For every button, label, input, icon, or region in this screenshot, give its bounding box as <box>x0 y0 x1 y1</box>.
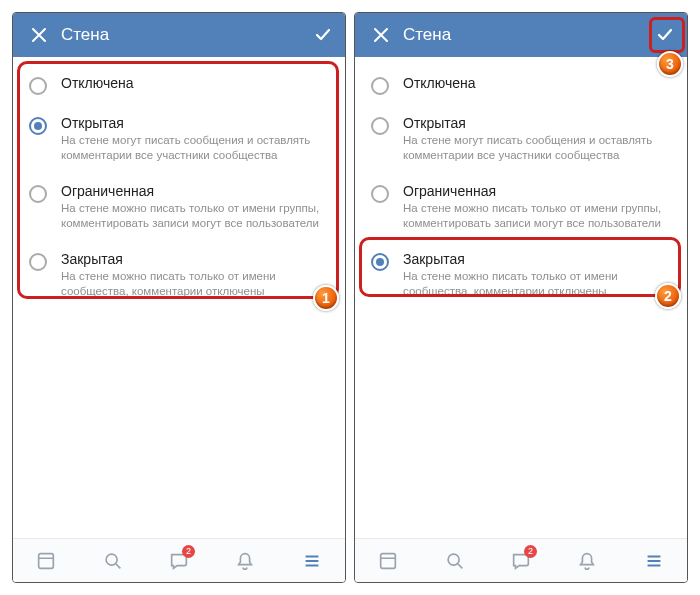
radio-icon <box>371 77 389 95</box>
bottom-nav: 2 <box>355 538 687 582</box>
messages-badge: 2 <box>182 545 195 558</box>
radio-icon <box>371 185 389 203</box>
header: Стена <box>13 13 345 57</box>
svg-line-10 <box>457 563 462 568</box>
radio-icon <box>29 185 47 203</box>
nav-menu[interactable] <box>292 541 332 581</box>
close-button[interactable] <box>363 17 399 53</box>
header-title: Стена <box>61 25 109 45</box>
option-title: Закрытая <box>61 251 329 267</box>
option-title: Открытая <box>403 115 671 131</box>
nav-notifications[interactable] <box>225 541 265 581</box>
nav-messages[interactable]: 2 <box>501 541 541 581</box>
nav-search[interactable] <box>93 541 133 581</box>
radio-icon <box>371 117 389 135</box>
nav-search[interactable] <box>435 541 475 581</box>
option-title: Отключена <box>403 75 671 91</box>
header: Стена <box>355 13 687 57</box>
nav-messages[interactable]: 2 <box>159 541 199 581</box>
nav-news[interactable] <box>26 541 66 581</box>
option-title: Открытая <box>61 115 329 131</box>
option-closed[interactable]: Закрытая На стене можно писать только от… <box>17 241 341 309</box>
nav-menu[interactable] <box>634 541 674 581</box>
radio-icon <box>29 253 47 271</box>
radio-icon <box>29 117 47 135</box>
svg-line-3 <box>115 563 120 568</box>
confirm-button[interactable] <box>307 19 339 51</box>
header-title: Стена <box>403 25 451 45</box>
svg-rect-7 <box>381 553 396 568</box>
option-closed[interactable]: Закрытая На стене можно писать только от… <box>359 241 683 309</box>
nav-news[interactable] <box>368 541 408 581</box>
radio-icon <box>371 253 389 271</box>
option-desc: На стене можно писать только от имени гр… <box>61 201 329 231</box>
tutorial-panels: Стена Отключена Открытая На стене могут … <box>0 0 700 595</box>
option-title: Ограниченная <box>61 183 329 199</box>
option-desc: На стене могут писать сообщения и оставл… <box>403 133 671 163</box>
radio-icon <box>29 77 47 95</box>
svg-rect-0 <box>39 553 54 568</box>
confirm-button[interactable] <box>649 19 681 51</box>
option-limited[interactable]: Ограниченная На стене можно писать тольк… <box>359 173 683 241</box>
svg-point-9 <box>448 554 459 565</box>
option-open[interactable]: Открытая На стене могут писать сообщения… <box>17 105 341 173</box>
option-desc: На стене можно писать только от имени гр… <box>403 201 671 231</box>
option-limited[interactable]: Ограниченная На стене можно писать тольк… <box>17 173 341 241</box>
close-button[interactable] <box>21 17 57 53</box>
option-desc: На стене могут писать сообщения и оставл… <box>61 133 329 163</box>
nav-notifications[interactable] <box>567 541 607 581</box>
option-disabled[interactable]: Отключена <box>359 65 683 105</box>
option-disabled[interactable]: Отключена <box>17 65 341 105</box>
wall-options: Отключена Открытая На стене могут писать… <box>355 57 687 538</box>
bottom-nav: 2 <box>13 538 345 582</box>
option-desc: На стене можно писать только от имени со… <box>61 269 329 299</box>
option-title: Ограниченная <box>403 183 671 199</box>
option-desc: На стене можно писать только от имени со… <box>403 269 671 299</box>
option-title: Закрытая <box>403 251 671 267</box>
messages-badge: 2 <box>524 545 537 558</box>
option-title: Отключена <box>61 75 329 91</box>
panel-right: Стена 3 Отключена Открытая На стене могу… <box>354 12 688 583</box>
option-open[interactable]: Открытая На стене могут писать сообщения… <box>359 105 683 173</box>
svg-point-2 <box>106 554 117 565</box>
wall-options: Отключена Открытая На стене могут писать… <box>13 57 345 538</box>
panel-left: Стена Отключена Открытая На стене могут … <box>12 12 346 583</box>
